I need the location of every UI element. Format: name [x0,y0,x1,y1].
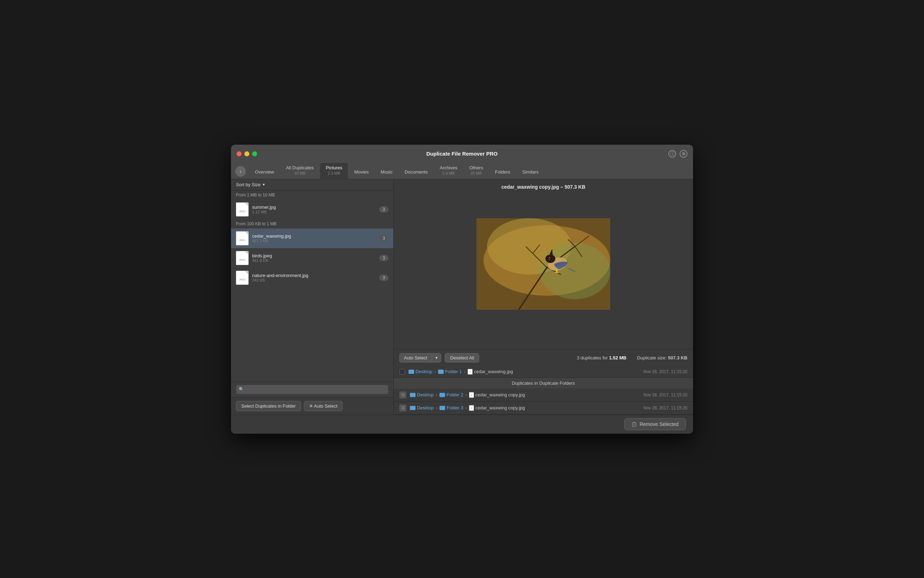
duplicates-toolbar: Auto Select ▼ Deselect All 3 duplicates … [394,349,693,366]
breadcrumb-subfolder: Folder 3 [440,405,463,411]
file-icon: J [468,369,473,375]
breadcrumb: Desktop › Folder 1 › J cedar_waxwing.jpg [408,369,513,375]
tab-documents[interactable]: Documents [399,167,434,179]
file-list: From 1 MB to 10 MB JPEG summer.jpg 1.12 … [231,190,393,382]
duplicate-count-badge: 3 [379,274,388,281]
sort-button[interactable]: Sort by Size [236,182,266,187]
expand-icon[interactable]: ⊡ [399,404,406,411]
expand-icon[interactable]: ⊡ [399,391,406,398]
auto-select-sidebar-button[interactable]: ✳ Auto Select [304,401,343,411]
svg-point-17 [549,257,550,258]
file-thumbnail: JPEG [236,231,248,245]
duplicate-count-badge: 3 [379,255,388,261]
duplicates-in-folder-header: Duplicates in Duplicate Folders [394,378,693,389]
tabbar: ‹ Overview All Duplicates 33 MB Pictures… [231,163,693,179]
minimize-button[interactable] [244,151,249,156]
breadcrumb-subfolder: Folder 2 [440,392,463,398]
select-duplicates-in-folder-button[interactable]: Select Duplicates in Folder [236,401,301,411]
auto-select-button-group: Auto Select ▼ [399,353,441,362]
svg-point-3 [540,243,610,299]
file-thumbnail: JPEG [236,271,248,285]
folder-icon [410,393,416,397]
tab-similars[interactable]: Similars [516,167,544,179]
tab-music[interactable]: Music [375,167,398,179]
file-info: nature-and-environment.jpg 242 KB [252,273,376,283]
sort-bar: Sort by Size [231,179,393,190]
info-icon[interactable]: ⓘ [668,150,676,158]
list-item[interactable]: JPEG cedar_waxwing.jpg 507.3 KB 3 [231,229,393,248]
file-info: summer.jpg 1.12 MB [252,205,376,214]
tab-pictures[interactable]: Pictures 2.3 MB [320,163,348,179]
breadcrumb: Desktop › Folder 2 › J cedar_waxwing cop… [410,392,525,398]
remove-selected-button[interactable]: Remove Selected [624,418,686,430]
folder-icon [440,393,445,397]
svg-rect-18 [556,270,557,273]
file-timestamp: Nov 28, 2017, 11:15:20 [643,406,687,411]
fullscreen-button[interactable] [252,151,257,156]
sidebar: Sort by Size From 1 MB to 10 MB JPEG sum… [231,179,394,415]
remove-selected-label: Remove Selected [640,421,679,427]
breadcrumb-file: J cedar_waxwing copy.jpg [469,405,525,411]
tabs-container: Overview All Duplicates 33 MB Pictures 2… [249,163,689,179]
duplicate-file-row: ⊡ Desktop › Folder 2 › J [394,389,693,402]
breadcrumb-folder: Desktop [408,369,432,374]
duplicate-file-row: ⊡ Desktop › Folder 3 › J [394,402,693,415]
bottom-bar: Remove Selected [231,415,693,434]
svg-point-16 [548,257,550,259]
breadcrumb-subfolder: Folder 1 [438,369,462,374]
tab-overview[interactable]: Overview [249,167,279,179]
content-area: Sort by Size From 1 MB to 10 MB JPEG sum… [231,179,693,415]
file-thumbnail: JPEG [236,202,248,216]
titlebar: Duplicate File Remover PRO ⓘ ⊕ [231,144,693,163]
svg-rect-20 [632,423,636,427]
duplicate-count-badge: 3 [379,235,388,242]
back-button[interactable]: ‹ [235,166,246,177]
window-title: Duplicate File Remover PRO [426,151,498,157]
duplicates-section: Auto Select ▼ Deselect All 3 duplicates … [394,349,693,415]
duplicate-count: 3 duplicates for 1.52 MB [577,355,627,360]
file-icon: J [469,405,474,411]
deselect-all-button[interactable]: Deselect All [445,353,479,362]
file-icon: J [469,392,474,398]
svg-rect-19 [555,272,559,273]
duplicate-count-badge: 3 [379,206,388,213]
preview-section: cedar_waxwing copy.jpg – 507.3 KB [394,179,693,349]
file-info: cedar_waxwing.jpg 507.3 KB [252,234,376,243]
auto-select-main-button[interactable]: Auto Select [399,354,432,362]
titlebar-icons: ⓘ ⊕ [668,150,687,158]
folder-icon [408,370,414,374]
file-checkbox[interactable] [399,369,405,375]
file-timestamp: Nov 28, 2017, 11:15:20 [643,393,687,398]
search-input[interactable] [236,385,388,394]
list-item[interactable]: JPEG summer.jpg 1.12 MB 3 [231,200,393,219]
breadcrumb-file: J cedar_waxwing.jpg [468,369,513,375]
original-file-row: Desktop › Folder 1 › J cedar_waxwing.jpg [394,366,693,378]
group-header-2: From 100 KB to 1 MB [231,219,393,229]
app-window: Duplicate File Remover PRO ⓘ ⊕ ‹ Overvie… [231,144,693,434]
tab-archives[interactable]: Archives 5.9 MB [434,163,463,179]
breadcrumb-folder: Desktop [410,392,434,398]
search-wrapper [236,385,388,394]
file-thumbnail: JPEG [236,251,248,265]
group-header-1: From 1 MB to 10 MB [231,190,393,200]
list-item[interactable]: JPEG birds.jpeg 461.8 KB 3 [231,248,393,268]
tab-folders[interactable]: Folders [489,167,516,179]
main-panel: cedar_waxwing copy.jpg – 507.3 KB [394,179,693,415]
folder-icon [410,406,416,410]
folder-icon [438,370,444,374]
breadcrumb-file: J cedar_waxwing copy.jpg [469,392,525,398]
search-container [231,382,393,397]
wifi-icon[interactable]: ⊕ [680,150,687,158]
tab-movies[interactable]: Movies [349,167,374,179]
file-info: birds.jpeg 461.8 KB [252,253,376,263]
tab-others[interactable]: Others 25 MB [464,163,489,179]
tab-all-duplicates[interactable]: All Duplicates 33 MB [280,163,319,179]
preview-image [476,218,610,310]
trash-icon [632,421,637,427]
auto-select-dropdown-arrow[interactable]: ▼ [432,354,441,362]
list-item[interactable]: JPEG nature-and-environment.jpg 242 KB 3 [231,268,393,287]
duplicate-size-info: Duplicate size: 507.3 KB [637,355,687,360]
sidebar-bottom-bar: Select Duplicates in Folder ✳ Auto Selec… [231,397,393,415]
close-button[interactable] [237,151,242,156]
breadcrumb: Desktop › Folder 3 › J cedar_waxwing cop… [410,405,525,411]
